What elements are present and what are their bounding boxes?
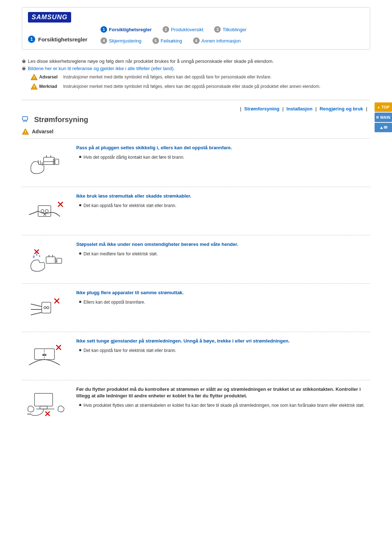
nav-num-5: 5: [152, 37, 159, 44]
nav-item-4[interactable]: 4 Skjermjustering: [101, 37, 142, 44]
item-bullet-2: Det kan oppstå fare for elektrisk støt e…: [79, 202, 370, 209]
content-item-4: Ikke plugg flere apparater til samme str…: [22, 283, 370, 332]
intro-note-1: Les disse sikkerhetsreglene nøye og følg…: [28, 58, 274, 64]
nav-item-5[interactable]: 5 Feilsøking: [152, 37, 182, 44]
svg-rect-30: [46, 257, 55, 263]
item-title-6: Før du flytter produktet må du kontrolle…: [76, 386, 370, 399]
svg-point-29: [39, 255, 40, 257]
svg-text:!: !: [33, 75, 35, 80]
item-title-5: Ikke sett tunge gjenstander på strømledn…: [76, 338, 370, 344]
svg-line-18: [42, 162, 42, 166]
symbol2-text: Instruksjoner merket med dette symbolet …: [63, 83, 320, 90]
nav-link-rengjoring[interactable]: Rengjøring og bruk: [319, 106, 363, 112]
side-buttons: ▲ TOP ⊞ MAIN ▲✉: [375, 102, 392, 132]
advarsel-main-label: Advarsel: [32, 129, 53, 134]
advarsel-label: Advarsel: [39, 74, 58, 80]
warning-icon-main: !: [22, 128, 29, 135]
svg-rect-52: [40, 406, 47, 409]
stroemforsyning-icon: [22, 115, 30, 124]
item-image-1: [22, 145, 69, 181]
svg-point-27: [33, 255, 35, 258]
advarsel-row: ! Advarsel: [22, 128, 370, 135]
bullet-dot-4: [79, 301, 81, 303]
item-bullet-3: Det kan medføre fare for elektrisk støt.: [79, 251, 370, 257]
asterisk-1: ※: [22, 59, 26, 64]
nav-num-1: 1: [101, 26, 107, 33]
item-content-4: Ikke plugg flere apparater til samme str…: [76, 289, 370, 305]
item-image-5: ■■: [22, 338, 69, 374]
svg-line-17: [40, 161, 41, 165]
svg-rect-5: [24, 120, 26, 121]
bullet-dot-6: [79, 404, 81, 406]
advarsel-badge: ! Advarsel: [30, 74, 60, 80]
item-bullet-1: Hvis det oppstår dårlig kontakt kan det …: [79, 154, 370, 161]
nav-num-3: 3: [214, 26, 221, 33]
svg-rect-10: [44, 157, 54, 165]
svg-point-34: [56, 259, 57, 261]
section-title: Forsiktighetsregler: [38, 36, 87, 42]
intro-note-2: Bildene her er kun til referanse og gjel…: [28, 66, 175, 71]
item-title-4: Ikke plugg flere apparater til samme str…: [76, 289, 370, 296]
svg-text:!: !: [33, 85, 35, 89]
item-content-5: Ikke sett tunge gjenstander på strømledn…: [76, 338, 370, 354]
nav-link-stromforsyning[interactable]: Strømforsyning: [244, 106, 279, 112]
symbol-rows: ! Advarsel Instruksjoner merket med dett…: [30, 74, 370, 90]
item-title-2: Ikke bruk løse strømuttak eller skadde s…: [76, 193, 370, 199]
content-item-1: Pass på at pluggen settes skikkelig i, e…: [22, 138, 370, 187]
bullet-dot-3: [79, 252, 81, 255]
warning-icon-1: !: [30, 74, 38, 80]
svg-rect-51: [34, 393, 53, 406]
item-bullet-4: Ellers kan det oppstå brannfare.: [79, 299, 370, 305]
email-button[interactable]: ▲✉: [375, 123, 392, 132]
content-item-2: Ikke bruk løse strømuttak eller skadde s…: [22, 187, 370, 235]
merknad-badge: ! Merknad: [30, 83, 60, 90]
svg-line-43: [31, 312, 42, 315]
top-nav-links: | Strømforsyning | Installasjon | Rengjø…: [237, 106, 370, 112]
item-image-4: [22, 289, 69, 326]
svg-line-41: [31, 304, 42, 307]
svg-rect-4: [23, 117, 28, 120]
asterisk-2: ※: [22, 66, 26, 72]
nav-item-2[interactable]: 2 Produktoversikt: [163, 26, 204, 33]
nav-item-1[interactable]: 1 Forsiktighetsregler: [101, 26, 152, 33]
nav-num-4: 4: [101, 37, 107, 44]
bullet-dot-1: [79, 156, 81, 158]
nav-item-3[interactable]: 3 Tilkoblinger: [214, 26, 246, 33]
item-image-3: [22, 241, 69, 278]
section-badge: 1: [28, 36, 35, 43]
item-content-6: Før du flytter produktet må du kontrolle…: [76, 386, 370, 409]
item-bullet-5: Det kan oppstå fare for elektrisk støt e…: [79, 347, 370, 354]
svg-point-21: [41, 210, 44, 212]
content-item-6: Før du flytter produktet må du kontrolle…: [22, 380, 370, 428]
svg-point-28: [36, 254, 37, 256]
nav-item-6[interactable]: 6 Annen informasjon: [193, 37, 241, 44]
svg-text:!: !: [25, 130, 26, 134]
item-content-1: Pass på at pluggen settes skikkelig i, e…: [76, 145, 370, 161]
section-heading: Strømforsyning: [22, 115, 370, 124]
item-content-2: Ikke bruk løse strømuttak eller skadde s…: [76, 193, 370, 209]
bullet-dot-2: [79, 204, 81, 206]
svg-point-39: [44, 307, 46, 309]
main-button[interactable]: ⊞ MAIN: [375, 113, 392, 122]
top-nav-bar: | Strømforsyning | Installasjon | Rengjø…: [22, 106, 370, 112]
svg-point-15: [54, 162, 56, 164]
content-item-3: Støpselet må ikke under noen omstendighe…: [22, 235, 370, 283]
svg-point-22: [45, 210, 48, 212]
top-button[interactable]: ▲ TOP: [375, 102, 392, 112]
section-heading-text: Strømforsyning: [34, 116, 88, 124]
svg-point-40: [47, 307, 49, 309]
nav-link-installasjon[interactable]: Installasjon: [286, 106, 313, 112]
item-image-6: [22, 386, 69, 422]
svg-rect-33: [55, 258, 62, 263]
svg-line-16: [38, 160, 39, 165]
item-title-1: Pass på at pluggen settes skikkelig i, e…: [76, 145, 370, 151]
item-image-2: [22, 193, 69, 229]
warning-icon-2: !: [30, 83, 38, 90]
item-content-3: Støpselet må ikke under noen omstendighe…: [76, 241, 370, 257]
symbol1-text: Instruksjoner merket med dette symbolet …: [63, 74, 271, 80]
nav-num-6: 6: [193, 37, 200, 44]
content-item-5: ■■ Ikke sett tunge gjenstander på strøml…: [22, 332, 370, 380]
item-bullet-6: Hvis produktet flyttes uten at strømkabe…: [79, 402, 370, 409]
svg-point-35: [56, 261, 57, 263]
item-title-3: Støpselet må ikke under noen omstendighe…: [76, 241, 370, 248]
